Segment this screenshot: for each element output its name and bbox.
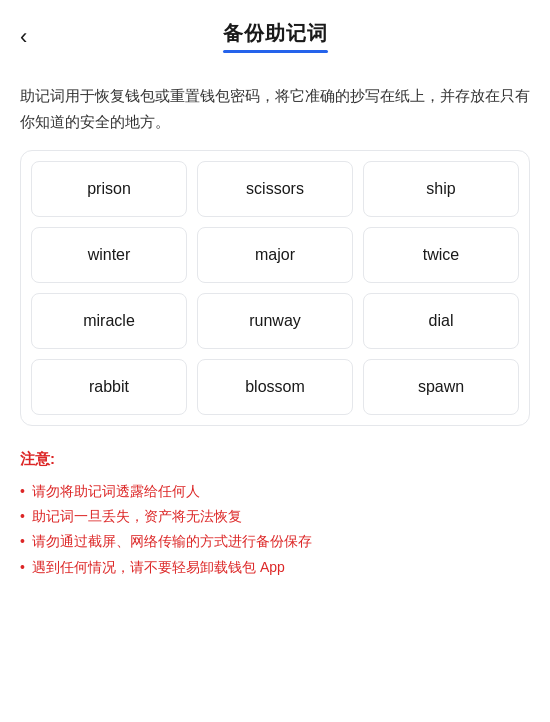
- mnemonic-cell: prison: [31, 161, 187, 217]
- mnemonic-grid-container: prisonscissorsshipwintermajortwicemiracl…: [20, 150, 530, 426]
- back-button[interactable]: ‹: [20, 26, 27, 48]
- mnemonic-grid: prisonscissorsshipwintermajortwicemiracl…: [31, 161, 519, 415]
- mnemonic-cell: rabbit: [31, 359, 187, 415]
- page-title: 备份助记词: [223, 20, 328, 47]
- mnemonic-cell: blossom: [197, 359, 353, 415]
- mnemonic-cell: twice: [363, 227, 519, 283]
- notice-item: 遇到任何情况，请不要轻易卸载钱包 App: [20, 555, 530, 580]
- notice-item: 请勿将助记词透露给任何人: [20, 479, 530, 504]
- mnemonic-cell: spawn: [363, 359, 519, 415]
- notice-title: 注意:: [20, 450, 530, 469]
- mnemonic-cell: ship: [363, 161, 519, 217]
- title-wrapper: 备份助记词: [223, 20, 328, 53]
- mnemonic-cell: scissors: [197, 161, 353, 217]
- notice-section: 注意: 请勿将助记词透露给任何人助记词一旦丢失，资产将无法恢复请勿通过截屏、网络…: [0, 426, 550, 600]
- notice-list: 请勿将助记词透露给任何人助记词一旦丢失，资产将无法恢复请勿通过截屏、网络传输的方…: [20, 479, 530, 580]
- notice-item: 助记词一旦丢失，资产将无法恢复: [20, 504, 530, 529]
- mnemonic-cell: miracle: [31, 293, 187, 349]
- mnemonic-cell: major: [197, 227, 353, 283]
- mnemonic-cell: runway: [197, 293, 353, 349]
- mnemonic-cell: winter: [31, 227, 187, 283]
- description-text: 助记词用于恢复钱包或重置钱包密码，将它准确的抄写在纸上，并存放在只有你知道的安全…: [0, 63, 550, 150]
- notice-item: 请勿通过截屏、网络传输的方式进行备份保存: [20, 529, 530, 554]
- page-header: ‹ 备份助记词: [0, 0, 550, 63]
- title-underline: [223, 50, 328, 53]
- mnemonic-cell: dial: [363, 293, 519, 349]
